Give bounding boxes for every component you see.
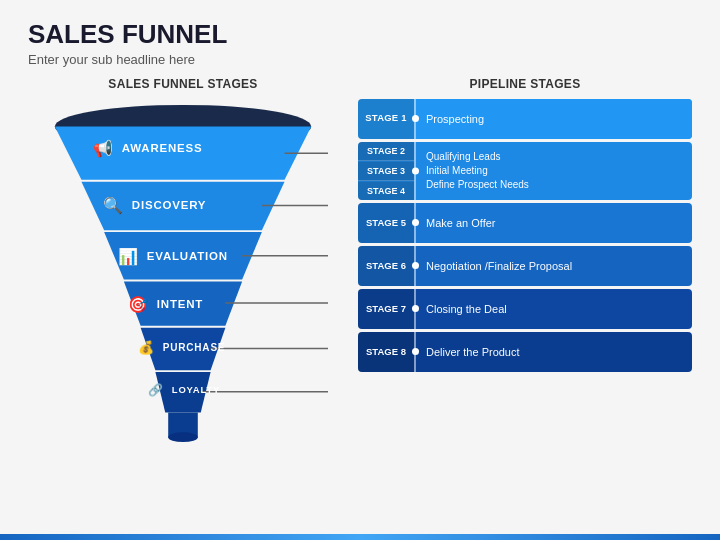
stage-7-content: Closing the Deal — [426, 303, 507, 315]
purchase-icon: 💰 — [138, 340, 155, 355]
funnel-loyalty: 🔗 LOYALTY — [148, 383, 218, 397]
title: SALES FUNNEL — [28, 20, 692, 49]
stage-5-content: Make an Offer — [426, 217, 496, 229]
stage-4-label: STAGE 4 — [358, 182, 414, 200]
pipeline-stages: STAGE 1 Prospecting STAGE 2 STAGE 3 STAG… — [358, 99, 692, 372]
stage-row-234: STAGE 2 STAGE 3 STAGE 4 Qualifying Leads… — [358, 142, 692, 200]
stage-8-label: STAGE 8 — [358, 332, 414, 372]
funnel-awareness: 📢 AWARENESS — [93, 139, 273, 158]
stage-7-label: STAGE 7 — [358, 289, 414, 329]
stage-5-label: STAGE 5 — [358, 203, 414, 243]
bottom-bar — [0, 534, 720, 540]
stage-row-6: STAGE 6 Negotiation /Finalize Proposal — [358, 246, 692, 286]
funnel-labels: 📢 AWARENESS 🔍 DISCOVERY 📊 EVALUATION — [38, 99, 328, 449]
stage-1-content: Prospecting — [416, 99, 692, 139]
stage-2-label: STAGE 2 — [358, 142, 414, 161]
stage-row-8: STAGE 8 Deliver the Product — [358, 332, 692, 372]
stage-row-5: STAGE 5 Make an Offer — [358, 203, 692, 243]
funnel-container: 📢 AWARENESS 🔍 DISCOVERY 📊 EVALUATION — [38, 99, 328, 449]
stage-row-7: STAGE 7 Closing the Deal — [358, 289, 692, 329]
stage-row-1: STAGE 1 Prospecting — [358, 99, 692, 139]
stage-3-label: STAGE 3 — [358, 162, 414, 181]
left-header: SALES FUNNEL STAGES — [28, 77, 338, 91]
stage-2-content: Qualifying Leads — [426, 151, 682, 162]
slide: SALES FUNNEL Enter your sub headline her… — [0, 0, 720, 540]
right-header: PIPELINE STAGES — [358, 77, 692, 91]
funnel-purchase: 💰 PURCHASE — [138, 340, 228, 355]
stage-8-content: Deliver the Product — [426, 346, 520, 358]
stage-3-content: Initial Meeting — [426, 165, 682, 176]
stage-4-content: Define Prospect Needs — [426, 179, 682, 190]
loyalty-icon: 🔗 — [148, 383, 164, 397]
subtitle: Enter your sub headline here — [28, 52, 692, 67]
awareness-icon: 📢 — [93, 139, 114, 158]
stage-6-label: STAGE 6 — [358, 246, 414, 286]
stage-1-label: STAGE 1 — [358, 99, 414, 139]
discovery-icon: 🔍 — [103, 196, 124, 215]
funnel-discovery: 🔍 DISCOVERY — [103, 196, 263, 215]
intent-icon: 🎯 — [128, 295, 149, 314]
stage-6-content: Negotiation /Finalize Proposal — [426, 260, 572, 272]
funnel-intent: 🎯 INTENT — [128, 295, 238, 314]
right-panel: PIPELINE STAGES STAGE 1 Prospecting STAG… — [358, 77, 692, 449]
evaluation-icon: 📊 — [118, 247, 139, 266]
left-panel: SALES FUNNEL STAGES — [28, 77, 338, 449]
funnel-evaluation: 📊 EVALUATION — [118, 247, 248, 266]
